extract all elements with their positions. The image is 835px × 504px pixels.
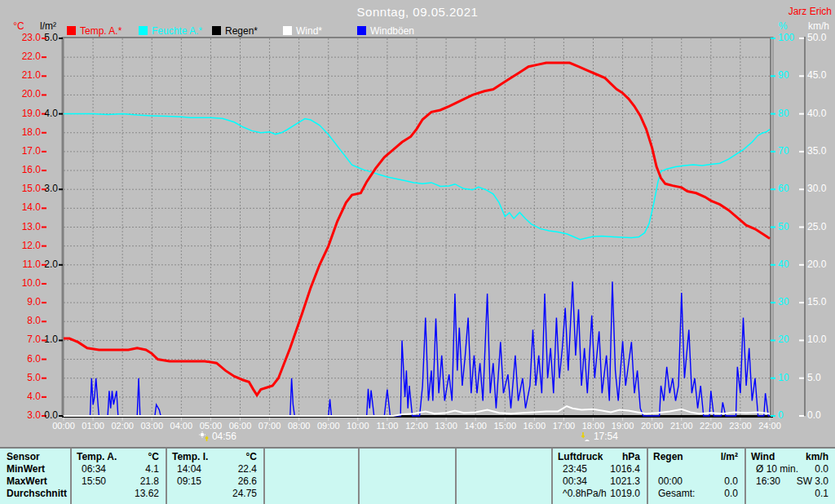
wind-axis-label: 25.0 — [807, 222, 835, 232]
sunset-marker: 17:54 — [580, 431, 618, 442]
x-axis-label: 10:00 — [342, 421, 374, 431]
legend-item: Feuchte A.* — [139, 25, 202, 36]
x-axis-label: 03:00 — [135, 421, 168, 431]
temp-axis-label: 14.0 — [7, 202, 41, 213]
temp-axis-label: 8.0 — [7, 316, 41, 326]
stats-cell-time — [265, 463, 275, 475]
x-axis-label: 13:00 — [430, 421, 462, 431]
stats-cell-value — [369, 463, 455, 475]
x-axis-label: 04:00 — [165, 421, 197, 431]
sunrise-icon — [198, 431, 210, 442]
stats-cell-time — [457, 488, 466, 500]
hum-axis-label: 0 — [778, 410, 802, 421]
x-axis-label: 22:00 — [695, 421, 727, 431]
humidity-axis-unit: % — [771, 20, 794, 32]
temp-axis-label: 9.0 — [7, 297, 41, 307]
stats-column-empty — [360, 449, 457, 504]
x-axis-label: 02:00 — [106, 421, 139, 431]
x-axis-label: 19:00 — [607, 421, 639, 431]
stats-row-labels: SensorMinWertMaxWertDurchschnitt — [0, 449, 72, 504]
stats-row-label: Sensor — [7, 451, 70, 463]
stats-column-unit — [462, 451, 551, 463]
temp-axis-label: 6.0 — [7, 354, 41, 365]
stats-cell: 13.62 — [72, 488, 166, 500]
x-axis-label: 23:00 — [724, 421, 757, 431]
stats-cell: 06:344.1 — [72, 463, 166, 475]
stats-cell-value — [369, 475, 455, 488]
x-axis-label: 24:00 — [753, 421, 786, 431]
x-axis-label: 09:00 — [312, 421, 345, 431]
stats-cell-time: 00:34 — [553, 475, 587, 488]
legend-label: Wind* — [296, 25, 322, 37]
x-axis-label: 18:00 — [577, 421, 610, 431]
temp-axis-label: 13.0 — [7, 222, 41, 232]
stats-cell-time: 15:50 — [72, 475, 106, 488]
stats-column-unit: °C — [117, 451, 166, 463]
chart-title: Sonntag, 09.05.2021 — [0, 5, 835, 19]
legend-label: Regen* — [225, 25, 258, 37]
sunrise-time: 04:56 — [212, 431, 236, 442]
hum-axis-label: 80 — [778, 108, 802, 119]
x-axis-label: 07:00 — [254, 421, 286, 431]
wind-axis-label: 40.0 — [807, 108, 835, 119]
stats-cell-time — [167, 488, 177, 500]
legend-item: Wind* — [283, 25, 322, 36]
stats-row-label: MaxWert — [7, 475, 70, 488]
stats-column-header: Regen — [648, 451, 683, 463]
x-axis-label: 16:00 — [518, 421, 550, 431]
stats-cell-time: Gesamt: — [648, 488, 695, 500]
x-axis-label: 06:00 — [224, 421, 257, 431]
stats-row-label: Durchschnitt — [7, 488, 70, 500]
stats-cell-time — [457, 463, 466, 475]
wind-axis-label: 15.0 — [807, 297, 835, 307]
stats-cell-time: 23:45 — [553, 463, 587, 475]
stats-cell-value — [466, 488, 551, 500]
temp-axis-label: 4.0 — [7, 391, 41, 402]
stats-cell — [265, 463, 358, 475]
stats-cell-value: 1016.4 — [587, 463, 647, 475]
stats-table: SensorMinWertMaxWertDurchschnittTemp. A.… — [0, 447, 835, 504]
stats-column-empty — [457, 449, 553, 504]
rain-axis-label: 4.0 — [24, 108, 58, 119]
stats-cell — [457, 475, 551, 488]
sunset-icon — [580, 431, 591, 442]
legend-swatch — [139, 26, 148, 35]
sunset-time: 17:54 — [594, 431, 618, 442]
legend-swatch — [357, 26, 366, 35]
stats-cell — [648, 463, 744, 475]
rain-axis-label: 0.0 — [24, 410, 58, 421]
x-axis-label: 00:00 — [47, 421, 80, 431]
owner-name: Jarz Erich — [789, 6, 832, 17]
stats-cell — [360, 488, 455, 500]
stats-cell-value: 13.62 — [82, 488, 166, 500]
stats-row-label: MinWert — [7, 463, 70, 475]
temp-axis-label: 18.0 — [7, 127, 41, 138]
stats-cell — [265, 475, 358, 488]
temp-axis-label: 12.0 — [7, 241, 41, 251]
stats-cell: Gesamt:0.0 — [648, 488, 744, 500]
stats-cell: 15:5021.8 — [72, 475, 166, 488]
temp-axis-label: 17.0 — [7, 146, 41, 157]
stats-cell-value: 21.8 — [106, 475, 166, 488]
stats-cell-value — [466, 475, 551, 488]
rain-axis-label: 2.0 — [24, 259, 58, 270]
stats-column-empty — [265, 449, 360, 504]
stats-cell: 00:000.0 — [648, 475, 744, 488]
hum-axis-label: 20 — [778, 334, 802, 345]
stats-cell-value — [658, 463, 744, 475]
wind-axis-label: 30.0 — [807, 183, 835, 194]
stats-cell: ^0.8hPa/h1019.0 — [553, 488, 647, 500]
stats-cell — [360, 475, 455, 488]
stats-cell-value: 26.6 — [201, 475, 263, 488]
stats-cell: 23:451016.4 — [553, 463, 647, 475]
stats-cell: 14:0422.4 — [167, 463, 263, 475]
wind-axis-label: 35.0 — [807, 146, 835, 157]
legend-item: Temp. A.* — [67, 25, 121, 36]
rain-axis-label: 5.0 — [24, 33, 58, 43]
stats-cell-value — [466, 463, 551, 475]
wind-axis-label: 20.0 — [807, 259, 835, 270]
stats-cell-value — [369, 488, 455, 500]
hum-axis-label: 90 — [778, 70, 802, 81]
stats-cell-time: 14:04 — [167, 463, 201, 475]
hum-axis-label: 10 — [778, 373, 802, 383]
